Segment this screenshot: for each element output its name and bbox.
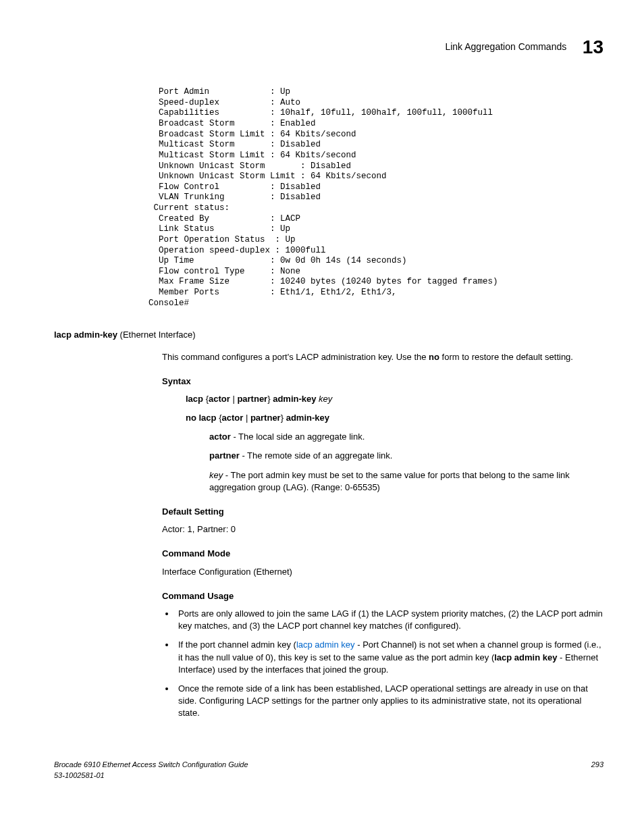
usage-list: Ports are only allowed to join the same …	[162, 608, 603, 720]
usage-item-3: Once the remote side of a link has been …	[176, 683, 603, 720]
mode-text: Interface Configuration (Ethernet)	[162, 566, 603, 578]
usage-item-2: If the port channel admin key (lacp admi…	[176, 639, 603, 676]
command-name: lacp admin-key	[54, 330, 117, 340]
command-description: This command configures a port's LACP ad…	[162, 351, 603, 363]
param-actor: actor - The local side an aggregate link…	[209, 431, 603, 443]
default-text: Actor: 1, Partner: 0	[162, 523, 603, 536]
page-header: Link Aggregation Commands 13	[54, 34, 603, 60]
syntax-line-1: lacp {actor | partner} admin-key key	[186, 393, 603, 405]
usage-item-1: Ports are only allowed to join the same …	[176, 608, 603, 632]
usage-heading: Command Usage	[162, 590, 603, 602]
syntax-line-2: no lacp {actor | partner} admin-key	[186, 412, 603, 424]
param-partner: partner - The remote side of an aggregat…	[209, 450, 603, 462]
lacp-admin-key-link[interactable]: lacp admin key	[296, 640, 355, 650]
param-key: key - The port admin key must be set to …	[209, 469, 603, 494]
header-title: Link Aggregation Commands	[445, 41, 566, 54]
mode-heading: Command Mode	[162, 548, 603, 560]
footer-left: Brocade 6910 Ethernet Access Switch Conf…	[54, 760, 248, 781]
default-heading: Default Setting	[162, 506, 603, 518]
console-output: Port Admin : Up Speed-duplex : Auto Capa…	[149, 87, 603, 309]
page-number: 293	[591, 760, 603, 781]
page-footer: Brocade 6910 Ethernet Access Switch Conf…	[54, 760, 603, 781]
command-context: (Ethernet Interface)	[117, 330, 196, 340]
syntax-heading: Syntax	[162, 375, 603, 388]
command-heading: lacp admin-key (Ethernet Interface)	[54, 329, 603, 341]
chapter-number: 13	[583, 34, 603, 60]
